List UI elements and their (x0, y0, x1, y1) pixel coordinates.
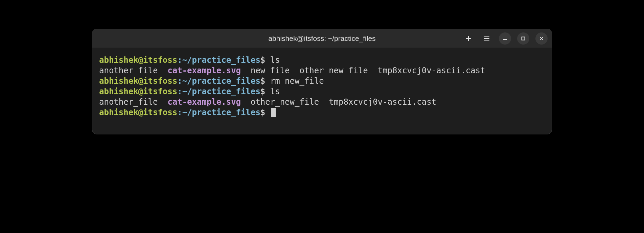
svg-rect-0 (522, 37, 525, 40)
maximize-button[interactable] (517, 32, 529, 45)
prompt-colon: : (177, 108, 182, 117)
ls-file-svg: cat-example.svg (167, 66, 241, 75)
prompt-colon: : (177, 76, 182, 86)
terminal-line: abhishek@itsfoss:~/practice_files$ (99, 107, 545, 118)
titlebar-controls (462, 32, 548, 45)
prompt-path: ~/practice_files (182, 108, 260, 117)
prompt-path: ~/practice_files (182, 87, 260, 96)
close-icon (539, 36, 544, 41)
ls-file-svg: cat-example.svg (167, 97, 241, 107)
titlebar[interactable]: abhishek@itsfoss: ~/practice_files (92, 29, 552, 48)
terminal-line: another_file cat-example.svg other_new_f… (99, 97, 545, 107)
menu-button[interactable] (481, 32, 493, 45)
terminal-line: abhishek@itsfoss:~/practice_files$ ls (99, 86, 545, 97)
close-button[interactable] (535, 32, 548, 45)
cursor-block (271, 108, 276, 117)
plus-icon (465, 35, 472, 42)
minimize-button[interactable] (499, 32, 511, 45)
prompt-userhost: abhishek@itsfoss (99, 55, 177, 65)
prompt-colon: : (177, 55, 182, 65)
terminal-body[interactable]: abhishek@itsfoss:~/practice_files$ lsano… (92, 48, 552, 134)
prompt-userhost: abhishek@itsfoss (99, 108, 177, 117)
ls-file: another_file (99, 97, 158, 107)
maximize-icon (521, 36, 526, 41)
prompt-dollar: $ (260, 87, 265, 96)
prompt-path: ~/practice_files (182, 76, 260, 86)
prompt-userhost: abhishek@itsfoss (99, 76, 177, 86)
prompt-colon: : (177, 87, 182, 96)
ls-file: another_file (99, 66, 158, 75)
command-text: ls (270, 55, 280, 65)
prompt-path: ~/practice_files (182, 55, 260, 65)
ls-files-rest: new_file other_new_file tmp8xcvcj0v-asci… (251, 66, 485, 75)
terminal-line: abhishek@itsfoss:~/practice_files$ ls (99, 55, 545, 66)
new-tab-button[interactable] (462, 32, 475, 45)
prompt-userhost: abhishek@itsfoss (99, 87, 177, 96)
prompt-dollar: $ (260, 108, 265, 117)
minimize-icon (503, 36, 507, 41)
hamburger-icon (484, 35, 490, 42)
terminal-line: another_file cat-example.svg new_file ot… (99, 66, 545, 76)
command-text: rm new_file (270, 76, 324, 86)
command-text: ls (270, 87, 280, 96)
terminal-line: abhishek@itsfoss:~/practice_files$ rm ne… (99, 76, 545, 86)
ls-files-rest: other_new_file tmp8xcvcj0v-ascii.cast (251, 97, 436, 107)
terminal-window: abhishek@itsfoss: ~/practice_files (92, 29, 552, 134)
prompt-dollar: $ (260, 55, 265, 65)
prompt-dollar: $ (260, 76, 265, 86)
